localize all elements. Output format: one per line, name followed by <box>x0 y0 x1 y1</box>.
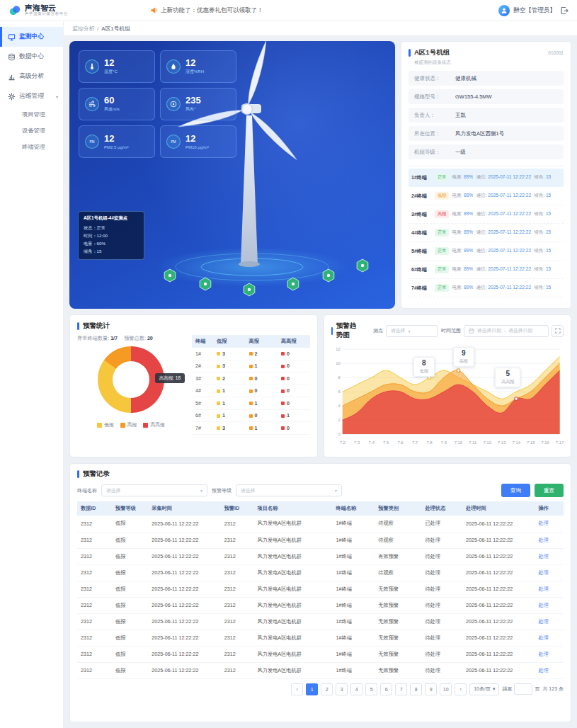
monitor-icon <box>8 33 16 41</box>
announcement-banner: 上新功能了：优惠券礼包可以领取了！ <box>150 6 498 15</box>
date-range-picker[interactable]: 请选择日期 - 请选择日期 <box>464 325 549 337</box>
page-button[interactable]: 7 <box>395 683 407 695</box>
page-button[interactable]: 6 <box>380 683 392 695</box>
range-label: 时间范围 <box>441 327 461 334</box>
page-size-select[interactable]: 10条/页 ▾ <box>469 683 499 695</box>
handle-link[interactable]: 处理 <box>538 667 548 673</box>
svg-text:12: 12 <box>336 347 341 351</box>
cell-level: 低报 <box>112 516 148 532</box>
sidebar-subitem[interactable]: 项目管理 <box>0 106 63 123</box>
page-button[interactable]: 10 <box>440 683 452 695</box>
page-button[interactable]: 8 <box>410 683 422 695</box>
terminal-row[interactable]: 6#终端 正常 电量: 89% 通信: 2025-07-11 12:22:22 … <box>409 261 564 279</box>
sidebar-item-ops-management[interactable]: 运维管理 ▾ <box>0 86 63 106</box>
unit-panel-title: A区1号机组 <box>409 48 450 57</box>
jump-page-input[interactable] <box>514 683 532 695</box>
cell-data-id: 2312 <box>77 646 112 662</box>
env-stat-tile: PM 12 PM2.5 μg/m³ <box>79 125 155 158</box>
terminal-row[interactable]: 3#终端 高报 电量: 89% 通信: 2025-07-11 12:22:22 … <box>409 205 564 224</box>
page-button[interactable]: 5 <box>365 683 377 695</box>
handle-link[interactable]: 处理 <box>538 553 548 559</box>
reset-button[interactable]: 重置 <box>535 484 564 497</box>
terminal-comm-time: 通信: 2025-07-11 12:22:22 <box>476 193 531 199</box>
logout-button[interactable] <box>560 6 569 15</box>
handle-link[interactable]: 处理 <box>538 586 548 592</box>
chevron-down-icon: ▾ <box>200 488 202 493</box>
breadcrumb-section[interactable]: 监控分析 <box>72 25 94 33</box>
handle-link[interactable]: 处理 <box>538 537 548 543</box>
cell-terminal: 1#终端 <box>333 630 375 646</box>
handle-link[interactable]: 处理 <box>538 520 548 526</box>
sidebar-item-monitor-center[interactable]: 监测中心 <box>0 27 63 47</box>
prev-page-button[interactable]: ‹ <box>291 683 303 695</box>
column-header: 处理时间 <box>462 501 535 516</box>
stats-row: 7# 3 1 0 <box>192 422 310 435</box>
svg-text:7.10: 7.10 <box>454 440 462 445</box>
cell-project: 风力发电A区电机群 <box>254 581 333 597</box>
handle-link[interactable]: 处理 <box>538 651 548 657</box>
terminal-row[interactable]: 1#终端 正常 电量: 89% 通信: 2025-07-11 12:22:22 … <box>409 169 564 187</box>
svg-text:7.17: 7.17 <box>555 440 563 445</box>
sidebar-item-advanced-analysis[interactable]: 高级分析 <box>0 67 63 86</box>
app-logo: 声海智云 声学流量计量分析平台 <box>8 4 122 17</box>
cell-alarm-id: 2312 <box>221 548 254 564</box>
cell-category: 无效预警 <box>375 662 421 678</box>
terminal-filter-select[interactable]: 请选择 ▾ <box>101 484 207 496</box>
sensor-tooltip-title: A区1号机组-4#监测点 <box>84 215 139 222</box>
terminal-row[interactable]: 2#终端 低报 电量: 89% 通信: 2025-07-11 12:22:22 … <box>409 187 564 205</box>
avatar[interactable] <box>498 5 510 16</box>
sidebar-item-data-center[interactable]: 数据中心 <box>0 47 63 67</box>
unit-field-value: 王凯 <box>455 112 466 119</box>
gear-icon <box>8 93 16 101</box>
trend-chart: 0246810127.27.37.47.57.67.77.87.97.107.1… <box>331 341 564 452</box>
cell-status: 已处理 <box>421 516 462 532</box>
search-button[interactable]: 查询 <box>501 484 530 497</box>
svg-text:PM: PM <box>171 140 176 144</box>
page-button[interactable]: 3 <box>336 683 348 695</box>
callout-label: 高高报 <box>501 380 514 384</box>
svg-text:7.4: 7.4 <box>368 440 375 445</box>
cell-collect-time: 2025-06-11 12:22:22 <box>148 564 220 581</box>
svg-text:7.9: 7.9 <box>440 440 446 445</box>
stat-value: 12 <box>185 134 209 143</box>
cell-category: 待观察 <box>375 532 421 548</box>
cell-collect-time: 2025-06-11 12:22:22 <box>148 597 220 613</box>
cell-status: 待处理 <box>421 564 462 581</box>
cell-level: 低报 <box>112 548 148 564</box>
record-row: 2312 低报 2025-06-11 12:22:22 2312 风力发电A区电… <box>77 564 564 581</box>
cell-alarm-id: 2312 <box>221 581 254 597</box>
page-button[interactable]: 2 <box>321 683 333 695</box>
sidebar-subitem[interactable]: 终端管理 <box>0 139 63 155</box>
terminal-row[interactable]: 4#终端 正常 电量: 89% 通信: 2025-07-11 12:22:22 … <box>409 224 564 242</box>
breadcrumb-separator: / <box>97 25 98 32</box>
handle-link[interactable]: 处理 <box>538 635 548 641</box>
pm25-icon: PM <box>85 135 99 149</box>
stat-label: 温度°C <box>104 69 118 75</box>
next-page-button[interactable]: › <box>455 683 467 695</box>
svg-text:7.12: 7.12 <box>483 440 491 445</box>
handle-link[interactable]: 处理 <box>538 569 548 576</box>
cell-alarm-id: 2312 <box>221 646 254 662</box>
svg-text:10: 10 <box>336 361 341 365</box>
callout-value: 9 <box>459 349 468 357</box>
page-button[interactable]: 1 <box>306 683 318 695</box>
sidebar-item-label: 高级分析 <box>19 72 44 81</box>
terminal-row[interactable]: 5#终端 正常 电量: 89% 通信: 2025-07-11 12:22:22 … <box>409 242 564 261</box>
page-button[interactable]: 4 <box>350 683 362 695</box>
sidebar-item-label: 数据中心 <box>19 52 44 61</box>
expand-button[interactable] <box>552 325 564 337</box>
terminal-row[interactable]: 7#终端 正常 电量: 89% 通信: 2025-07-11 12:22:22 … <box>409 279 564 297</box>
stat-label: 湿度%RH <box>185 69 204 75</box>
handle-link[interactable]: 处理 <box>538 602 548 608</box>
sidebar-subitem[interactable]: 设备管理 <box>0 123 63 139</box>
level-filter-select[interactable]: 请选择 ▾ <box>236 484 342 496</box>
trend-area-chart: 0246810127.27.37.47.57.67.77.87.97.107.1… <box>331 341 564 452</box>
point-select[interactable]: 请选择 ▾ <box>386 325 438 337</box>
page-button[interactable]: 9 <box>425 683 437 695</box>
level-filter-label: 预警等级 <box>212 487 232 494</box>
svg-text:8: 8 <box>338 375 341 380</box>
svg-text:4: 4 <box>338 404 341 408</box>
terminal-comm-time: 通信: 2025-07-11 12:22:22 <box>476 266 531 273</box>
handle-link[interactable]: 处理 <box>538 618 548 625</box>
sensor-tooltip: A区1号机组-4#监测点 状态：正常时间：12:00电量：60%倾角：15 <box>78 211 144 260</box>
